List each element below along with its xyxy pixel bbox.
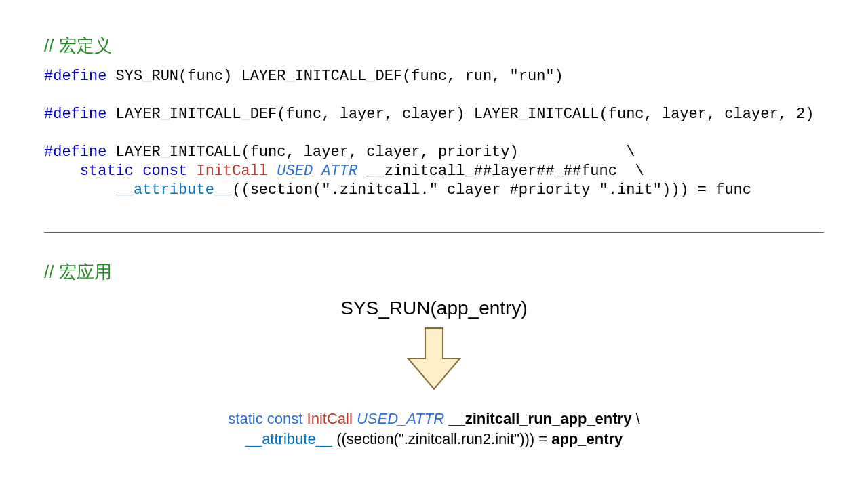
- macro-expansion-result: static const InitCall USED_ATTR __zinitc…: [44, 409, 824, 449]
- token-define: #define: [44, 106, 106, 123]
- code-indent: [44, 182, 116, 199]
- code-text: LAYER_INITCALL_DEF(func, layer, clayer) …: [106, 106, 814, 123]
- heading-macro-application: // 宏应用: [44, 260, 824, 284]
- down-arrow-icon: [400, 325, 468, 392]
- token-used-attr: USED_ATTR: [357, 410, 444, 427]
- token-symbol: __zinitcall_run_app_entry: [444, 410, 631, 427]
- token-define: #define: [44, 68, 106, 85]
- token-static: static: [80, 163, 134, 180]
- token-used-attr: USED_ATTR: [268, 163, 357, 180]
- section-divider: [44, 232, 824, 233]
- arrow-container: [44, 325, 824, 395]
- macro-invocation: SYS_RUN(app_entry): [44, 298, 824, 319]
- code-text: ((section(".zinitcall." clayer #priority…: [232, 182, 751, 199]
- token-initcall: InitCall: [187, 163, 268, 180]
- code-text: __zinitcall_##layer##_##func \: [357, 163, 644, 180]
- expansion-line-2: __attribute__ ((section(".zinitcall.run2…: [44, 429, 824, 449]
- code-indent: [44, 163, 80, 180]
- code-text: LAYER_INITCALL(func, layer, clayer, prio…: [106, 144, 635, 161]
- token-attribute: __attribute__: [116, 182, 233, 199]
- slide: // 宏定义 #define SYS_RUN(func) LAYER_INITC…: [0, 0, 868, 488]
- token-continuation: \: [631, 410, 639, 427]
- expansion-line-1: static const InitCall USED_ATTR __zinitc…: [44, 409, 824, 429]
- token-static: static: [228, 410, 262, 427]
- code-text: ((section(".zinitcall.run2.init"))) =: [332, 430, 551, 447]
- token-value: app_entry: [551, 430, 623, 447]
- token-define: #define: [44, 144, 106, 161]
- token-attribute: __attribute__: [245, 430, 332, 447]
- code-macro-definitions: #define SYS_RUN(func) LAYER_INITCALL_DEF…: [44, 67, 824, 200]
- heading-macro-definition: // 宏定义: [44, 34, 824, 58]
- code-text: SYS_RUN(func) LAYER_INITCALL_DEF(func, r…: [106, 68, 563, 85]
- token-initcall: InitCall: [307, 410, 353, 427]
- token-const: const: [263, 410, 307, 427]
- token-const: const: [134, 163, 187, 180]
